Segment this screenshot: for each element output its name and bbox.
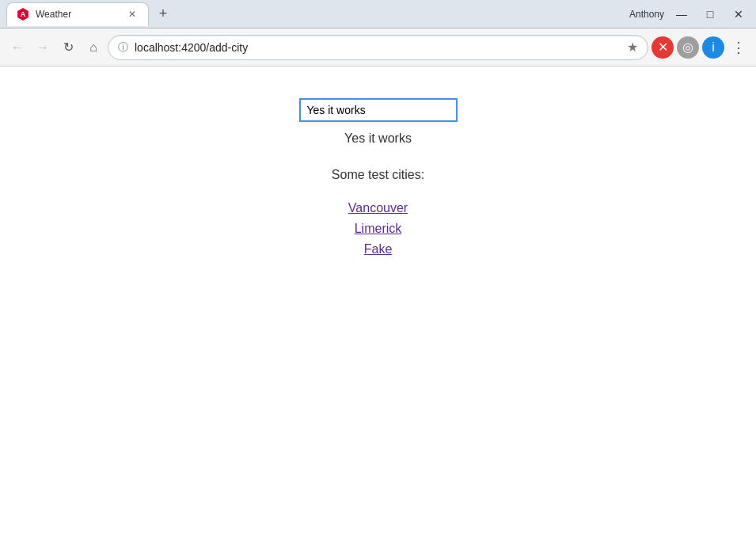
tab-close-button[interactable]: ✕ [126,8,139,21]
url-bar[interactable]: ⓘ ★ [108,35,648,60]
title-bar-right: Anthony — □ ✕ [629,3,750,25]
reload-button[interactable]: ↻ [57,36,79,59]
city-link-fake[interactable]: Fake [364,242,393,257]
url-input[interactable] [135,41,621,54]
home-button[interactable]: ⌂ [82,36,104,59]
browser-tab[interactable]: A Weather ✕ [6,2,149,26]
browser-content: Yes it works Some test cities: Vancouver… [0,67,756,536]
tab-favicon: A [17,8,29,21]
toolbar-icons: ✕ ◎ i ⋮ [652,36,750,59]
title-bar-left: A Weather ✕ + [6,2,174,26]
city-link-limerick[interactable]: Limerick [355,222,402,236]
minimize-button[interactable]: — [671,3,693,25]
maximize-button[interactable]: □ [699,3,721,25]
address-bar: ← → ↻ ⌂ ⓘ ★ ✕ ◎ i ⋮ [0,29,756,67]
city-input[interactable] [299,98,458,122]
angular-icon: A [17,8,29,21]
city-link-vancouver[interactable]: Vancouver [348,201,408,215]
close-button[interactable]: ✕ [728,3,750,25]
city-links-list: Vancouver Limerick Fake [348,201,408,257]
url-info-icon: ⓘ [118,40,128,55]
new-tab-button[interactable]: + [152,3,174,25]
echo-text: Yes it works [344,131,412,146]
title-bar: A Weather ✕ + Anthony — □ ✕ [0,0,756,29]
forward-button[interactable]: → [32,36,54,59]
extension-icon-1[interactable]: ✕ [652,36,674,59]
bookmark-icon[interactable]: ★ [627,40,638,55]
user-name: Anthony [629,9,664,20]
extension-icon-2[interactable]: ◎ [677,36,699,59]
browser-menu-button[interactable]: ⋮ [728,36,750,59]
section-title: Some test cities: [332,168,424,182]
back-button[interactable]: ← [6,36,28,59]
tab-title: Weather [36,9,120,20]
extension-icon-3[interactable]: i [702,36,724,59]
